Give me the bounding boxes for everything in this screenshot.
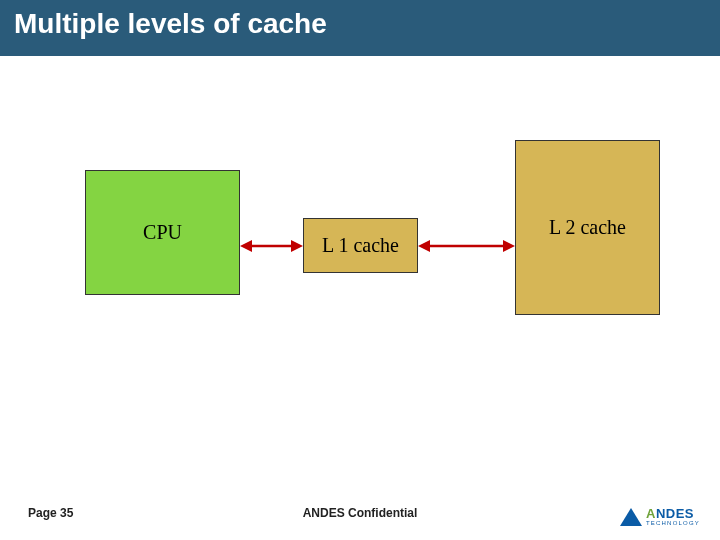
- svg-marker-5: [503, 240, 515, 252]
- svg-marker-1: [240, 240, 252, 252]
- brand-logo: ANDES TECHNOLOGY: [620, 507, 700, 526]
- logo-triangle-icon: [620, 508, 642, 526]
- l1-label: L 1 cache: [322, 234, 399, 257]
- svg-marker-2: [291, 240, 303, 252]
- cpu-box: CPU: [85, 170, 240, 295]
- l1-cache-box: L 1 cache: [303, 218, 418, 273]
- l2-cache-box: L 2 cache: [515, 140, 660, 315]
- svg-marker-4: [418, 240, 430, 252]
- confidential-text: ANDES Confidential: [303, 506, 418, 520]
- logo-subtext: TECHNOLOGY: [646, 520, 700, 526]
- logo-text: ANDES TECHNOLOGY: [646, 507, 700, 526]
- slide-title: Multiple levels of cache: [14, 8, 327, 40]
- page-number: Page 35: [28, 506, 73, 520]
- arrow-l1-l2: [418, 236, 515, 256]
- logo-letters-blue: NDES: [656, 506, 694, 521]
- cpu-label: CPU: [143, 221, 182, 244]
- l2-label: L 2 cache: [549, 216, 626, 239]
- logo-letter-green: A: [646, 506, 656, 521]
- arrow-cpu-l1: [240, 236, 303, 256]
- title-bar: Multiple levels of cache: [0, 0, 720, 56]
